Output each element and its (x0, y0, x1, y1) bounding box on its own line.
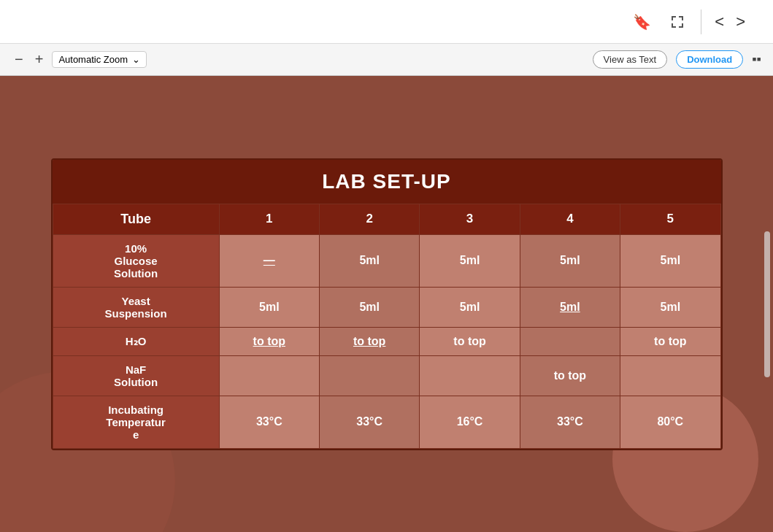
header-tube: Tube (53, 204, 219, 234)
table-header-row: Tube 1 2 3 4 5 (53, 204, 720, 234)
cell-temp-3: 16°C (420, 396, 520, 448)
table-row: YeastSuspension 5ml 5ml 5ml 5ml 5ml (53, 287, 720, 327)
more-options-button[interactable]: ▪▪ (752, 52, 761, 67)
cell-value: to top (353, 335, 385, 347)
lab-setup-table: Tube 1 2 3 4 5 10%GlucoseSolution — 5ml … (53, 204, 721, 449)
cell-h2o-4 (520, 327, 620, 355)
fullscreen-icon[interactable] (667, 12, 688, 32)
scrollbar[interactable] (764, 231, 770, 377)
pdf-toolbar: − + Automatic Zoom ⌄ View as Text Downlo… (0, 44, 773, 76)
cell-h2o-5: to top (620, 327, 720, 355)
cell-yeast-2: 5ml (320, 287, 420, 327)
cell-naf-2 (320, 355, 420, 396)
cell-yeast-1: 5ml (219, 287, 319, 327)
cell-naf-5 (620, 355, 720, 396)
cell-h2o-1: to top (219, 327, 319, 355)
prev-page-button[interactable]: < (709, 9, 730, 34)
header-2: 2 (320, 204, 420, 234)
header-3: 3 (420, 204, 520, 234)
row-label-glucose: 10%GlucoseSolution (53, 234, 219, 287)
cell-h2o-3: to top (420, 327, 520, 355)
cell-value: to top (253, 335, 285, 347)
lab-setup-table-container: LAB SET-UP Tube 1 2 3 4 5 10%GlucoseSolu… (51, 158, 723, 450)
table-row: H₂O to top to top to top to top (53, 327, 720, 355)
next-page-button[interactable]: > (730, 9, 751, 34)
cell-yeast-5: 5ml (620, 287, 720, 327)
cell-glucose-2: 5ml (320, 234, 420, 287)
cell-value: 5ml (560, 301, 580, 313)
zoom-in-button[interactable]: + (32, 51, 47, 68)
cell-h2o-2: to top (320, 327, 420, 355)
zoom-label: Automatic Zoom (58, 54, 128, 65)
header-1: 1 (219, 204, 319, 234)
table-row: 10%GlucoseSolution — 5ml 5ml 5ml 5ml (53, 234, 720, 287)
cell-naf-1 (219, 355, 319, 396)
cell-naf-4: to top (520, 355, 620, 396)
cell-yeast-4: 5ml (520, 287, 620, 327)
cell-glucose-3: 5ml (420, 234, 520, 287)
row-label-naf: NaFSolution (53, 355, 219, 396)
view-as-text-button[interactable]: View as Text (593, 50, 668, 69)
row-label-yeast: YeastSuspension (53, 287, 219, 327)
table-row: IncubatingTemperature 33°C 33°C 16°C 33°… (53, 396, 720, 448)
download-button[interactable]: Download (676, 50, 743, 69)
row-label-h2o: H₂O (53, 327, 219, 355)
cell-temp-2: 33°C (320, 396, 420, 448)
zoom-arrow-icon: ⌄ (132, 54, 140, 65)
top-bar: 🔖 < > (0, 0, 773, 44)
cell-naf-3 (420, 355, 520, 396)
table-title: LAB SET-UP (53, 160, 721, 204)
cell-temp-4: 33°C (520, 396, 620, 448)
cell-temp-5: 80°C (620, 396, 720, 448)
cell-glucose-1: — (219, 234, 319, 287)
zoom-out-button[interactable]: − (12, 51, 26, 68)
cell-temp-1: 33°C (219, 396, 319, 448)
zoom-control: − + Automatic Zoom ⌄ (12, 51, 147, 68)
table-row: NaFSolution to top (53, 355, 720, 396)
bookmark-icon[interactable]: 🔖 (630, 10, 654, 34)
content-area: LAB SET-UP Tube 1 2 3 4 5 10%GlucoseSolu… (0, 76, 773, 532)
nav-arrows: < > (701, 9, 751, 34)
zoom-select[interactable]: Automatic Zoom ⌄ (52, 51, 147, 68)
header-5: 5 (620, 204, 720, 234)
cell-glucose-5: 5ml (620, 234, 720, 287)
cell-glucose-4: 5ml (520, 234, 620, 287)
header-4: 4 (520, 204, 620, 234)
row-label-temp: IncubatingTemperature (53, 396, 219, 448)
top-bar-icons: 🔖 < > (630, 9, 751, 34)
cell-yeast-3: 5ml (420, 287, 520, 327)
cell-value: — (264, 254, 275, 266)
